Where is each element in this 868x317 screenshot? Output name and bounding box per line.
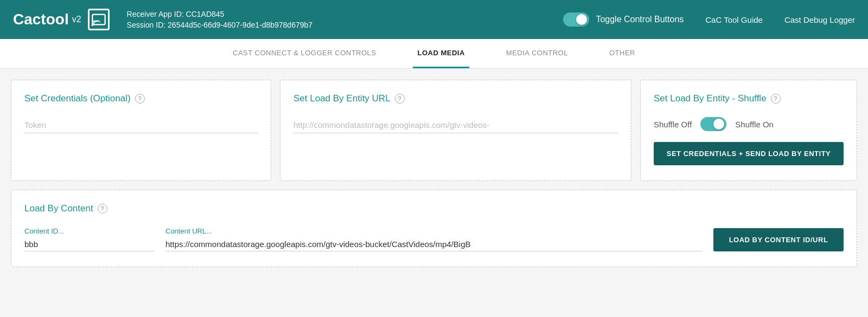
shuffle-card: Set Load By Entity - Shuffle ? Shuffle O… xyxy=(640,80,857,181)
svg-point-1 xyxy=(91,24,93,27)
tab-media-control[interactable]: MEDIA CONTROL xyxy=(502,39,572,68)
load-content-card: Load By Content ? Content ID... bbb Cont… xyxy=(11,190,857,267)
header-links: CaC Tool Guide Cast Debug Logger xyxy=(705,15,855,24)
entity-url-help-icon[interactable]: ? xyxy=(395,94,405,103)
cac-tool-guide-link[interactable]: CaC Tool Guide xyxy=(705,15,763,24)
shuffle-help-icon[interactable]: ? xyxy=(771,94,781,103)
credentials-card: Set Credentials (Optional) ? xyxy=(11,80,271,181)
content-url-value[interactable]: https://commondatastorage.googleapis.com… xyxy=(165,237,703,251)
receiver-app-id: Receiver App ID: CC1AD845 xyxy=(127,10,542,18)
load-content-button[interactable]: LOAD BY CONTENT ID/URL xyxy=(713,228,844,251)
session-id: Session ID: 26544d5c-66d9-4607-9de1-d8b9… xyxy=(127,21,542,29)
logo-version: v2 xyxy=(72,15,81,24)
entity-url-title-text: Set Load By Entity URL xyxy=(293,93,391,104)
shuffle-off-label: Shuffle Off xyxy=(654,120,692,129)
credentials-card-title: Set Credentials (Optional) ? xyxy=(24,93,258,104)
toggle-control-buttons[interactable] xyxy=(563,12,589,27)
cast-icon xyxy=(88,9,110,30)
tab-cast-connect[interactable]: CAST CONNECT & LOGGER CONTROLS xyxy=(228,39,380,68)
toggle-section: Toggle Control Buttons xyxy=(563,12,684,27)
tab-other[interactable]: OTHER xyxy=(605,39,640,68)
top-cards-row: Set Credentials (Optional) ? Set Load By… xyxy=(11,80,857,181)
token-input[interactable] xyxy=(24,117,258,133)
logo-text: Cactool xyxy=(13,11,69,28)
content-id-value[interactable]: bbb xyxy=(24,237,155,251)
content-url-field: Content URL... https://commondatastorage… xyxy=(165,227,703,251)
shuffle-toggle-row: Shuffle Off Shuffle On xyxy=(654,117,844,131)
logo-container: Cactool v2 xyxy=(13,9,110,30)
content-id-field: Content ID... bbb xyxy=(24,227,155,251)
content-id-label: Content ID... xyxy=(24,227,155,235)
content-url-label: Content URL... xyxy=(165,227,703,235)
credentials-title-text: Set Credentials (Optional) xyxy=(24,93,131,104)
set-credentials-send-load-button[interactable]: SET CREDENTIALS + SEND LOAD BY ENTITY xyxy=(654,142,844,165)
entity-url-card-title: Set Load By Entity URL ? xyxy=(293,93,618,104)
main-content: Set Credentials (Optional) ? Set Load By… xyxy=(0,69,868,278)
entity-url-card: Set Load By Entity URL ? xyxy=(280,80,631,181)
load-content-row: Content ID... bbb Content URL... https:/… xyxy=(24,227,844,251)
load-content-help-icon[interactable]: ? xyxy=(98,204,107,214)
entity-url-input[interactable] xyxy=(293,117,618,133)
toggle-label: Toggle Control Buttons xyxy=(596,15,684,24)
shuffle-title-text: Set Load By Entity - Shuffle xyxy=(654,93,767,104)
shuffle-on-label: Shuffle On xyxy=(735,120,774,129)
load-content-title-text: Load By Content xyxy=(24,203,93,214)
cast-debug-logger-link[interactable]: Cast Debug Logger xyxy=(784,15,855,24)
header: Cactool v2 Receiver App ID: CC1AD845 Ses… xyxy=(0,0,868,39)
nav-tabs: CAST CONNECT & LOGGER CONTROLS LOAD MEDI… xyxy=(0,39,868,69)
load-content-card-title: Load By Content ? xyxy=(24,203,844,214)
tab-load-media[interactable]: LOAD MEDIA xyxy=(413,39,469,68)
shuffle-card-title: Set Load By Entity - Shuffle ? xyxy=(654,93,844,104)
header-ids: Receiver App ID: CC1AD845 Session ID: 26… xyxy=(127,10,542,29)
credentials-help-icon[interactable]: ? xyxy=(135,94,145,103)
shuffle-toggle[interactable] xyxy=(700,117,726,131)
